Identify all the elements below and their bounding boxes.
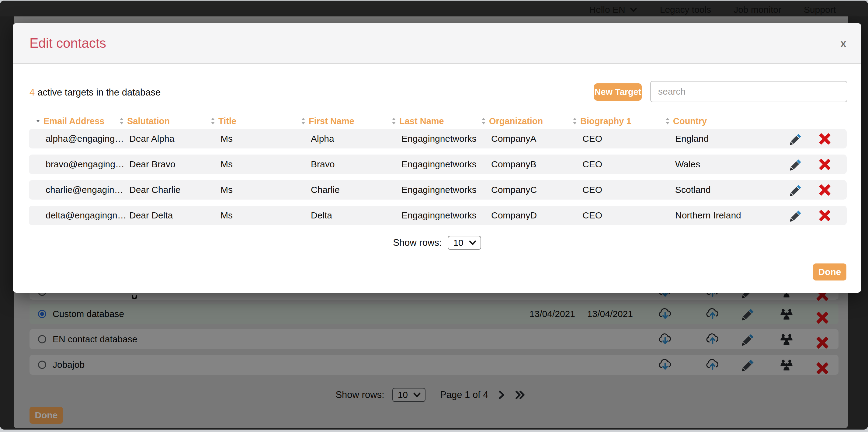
cell-biography1: CEO (582, 133, 675, 144)
delete-x-icon[interactable] (818, 183, 831, 196)
nav-job-monitor[interactable]: Job monitor (734, 5, 781, 15)
nav-hello-en[interactable]: Hello EN (589, 5, 637, 15)
targets-count: 4 (30, 87, 35, 98)
cell-salutation: Dear Charlie (129, 185, 220, 195)
cell-country: Wales (675, 159, 787, 169)
table-row: alpha@engaging… Dear Alpha Ms Alpha Enga… (29, 129, 847, 149)
cell-salutation: Dear Delta (129, 210, 220, 221)
edit-pencil-icon[interactable] (789, 157, 803, 171)
table-header: Email Address Salutation Title First Nam… (29, 114, 847, 128)
chevron-down-icon (469, 240, 476, 246)
top-nav: Hello EN Legacy tools Job monitor Suppor… (0, 1, 868, 17)
search-input[interactable] (650, 81, 847, 102)
cell-first-name: Delta (311, 210, 401, 221)
column-header-biography1[interactable]: Biography 1 (572, 116, 665, 126)
delete-x-icon[interactable] (818, 158, 831, 171)
cell-email: bravo@engaging… (45, 159, 129, 169)
cell-last-name: Engagingnetworks (401, 159, 491, 169)
nav-support[interactable]: Support (804, 5, 836, 15)
cell-salutation: Dear Bravo (129, 159, 220, 169)
show-rows-label: Show rows: (393, 237, 442, 248)
column-header-title[interactable]: Title (210, 116, 301, 126)
sort-icon (572, 117, 578, 125)
edit-pencil-icon[interactable] (789, 183, 803, 197)
modal-header: Edit contacts x (13, 23, 861, 64)
delete-x-icon[interactable] (818, 132, 831, 145)
show-rows-select[interactable]: 10 (448, 236, 481, 250)
column-header-organization[interactable]: Organization (481, 116, 572, 126)
edit-pencil-icon[interactable] (789, 208, 803, 222)
cell-email: alpha@engaging… (45, 133, 129, 144)
cell-organization: CompanyD (491, 210, 582, 221)
sort-icon (301, 117, 306, 125)
cell-email: delta@engagingn… (45, 210, 129, 221)
new-target-button[interactable]: New Target (594, 83, 642, 101)
done-button[interactable]: Done (813, 264, 846, 280)
cell-country: Northern Ireland (675, 210, 787, 221)
cell-salutation: Dear Alpha (129, 133, 220, 144)
cell-biography1: CEO (582, 210, 675, 221)
cell-first-name: Alpha (311, 133, 401, 144)
cell-first-name: Bravo (311, 159, 401, 169)
modal-show-rows: Show rows: 10 (13, 236, 861, 250)
sort-icon (665, 117, 670, 125)
column-header-country[interactable]: Country (665, 116, 777, 126)
table-row: charlie@engagin… Dear Charlie Ms Charlie… (29, 180, 847, 199)
cell-title: Ms (220, 185, 311, 195)
column-header-email[interactable]: Email Address (35, 116, 119, 126)
cell-organization: CompanyB (491, 159, 582, 169)
table-row: delta@engagingn… Dear Delta Ms Delta Eng… (29, 206, 847, 225)
cell-title: Ms (220, 133, 311, 144)
cell-last-name: Engagingnetworks (401, 185, 491, 195)
sort-icon (119, 117, 124, 125)
close-icon[interactable]: x (841, 38, 846, 49)
edit-contacts-modal: Edit contacts x 4active targets in the d… (13, 23, 861, 293)
show-rows-value: 10 (453, 238, 463, 248)
delete-x-icon[interactable] (818, 209, 831, 222)
table-row: bravo@engaging… Dear Bravo Ms Bravo Enga… (29, 155, 847, 174)
modal-title: Edit contacts (30, 36, 106, 51)
edit-pencil-icon[interactable] (789, 132, 803, 146)
cell-first-name: Charlie (311, 185, 401, 195)
cell-organization: CompanyC (491, 185, 582, 195)
column-header-salutation[interactable]: Salutation (119, 116, 210, 126)
nav-legacy-tools[interactable]: Legacy tools (660, 5, 711, 15)
sort-icon (210, 117, 216, 125)
cell-country: England (675, 133, 787, 144)
cell-last-name: Engagingnetworks (401, 210, 491, 221)
cell-title: Ms (220, 210, 311, 221)
app-window: Hello EN Legacy tools Job monitor Suppor… (0, 1, 868, 430)
targets-summary-text: active targets in the database (37, 87, 161, 98)
cell-biography1: CEO (582, 185, 675, 195)
chevron-down-icon (629, 7, 638, 12)
cell-biography1: CEO (582, 159, 675, 169)
cell-organization: CompanyA (491, 133, 582, 144)
cell-country: Scotland (675, 185, 787, 195)
cell-title: Ms (220, 159, 311, 169)
column-header-first-name[interactable]: First Name (301, 116, 391, 126)
sort-icon (391, 117, 397, 125)
cell-last-name: Engagingnetworks (401, 133, 491, 144)
sort-icon (481, 117, 486, 125)
column-header-last-name[interactable]: Last Name (391, 116, 481, 126)
targets-summary: 4active targets in the database (30, 87, 161, 98)
sort-desc-icon (35, 117, 41, 125)
nav-hello-en-label: Hello EN (589, 5, 625, 15)
cell-email: charlie@engagin… (45, 185, 129, 195)
